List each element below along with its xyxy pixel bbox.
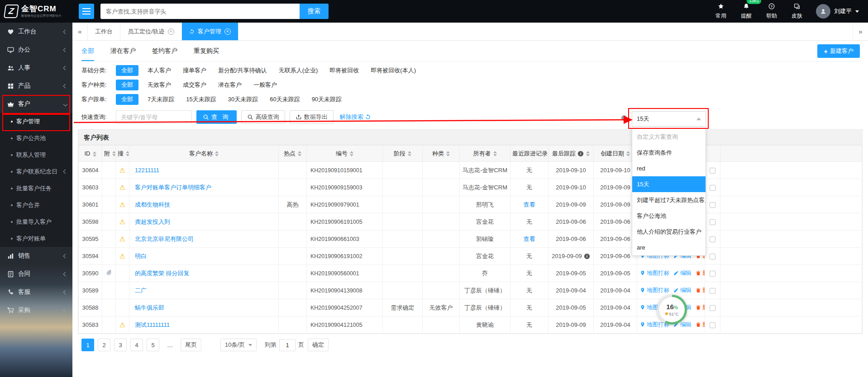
sidebar-item-batch-import-customer[interactable]: 批量导入客户 [0,213,72,230]
customer-name-link[interactable]: 成都生物科技 [135,201,170,208]
sort-icon[interactable] [626,151,630,156]
edit-action-button[interactable]: 编辑 [673,287,692,294]
sidebar-item-contact-management[interactable]: 联系人管理 [0,146,72,163]
per-page-select[interactable]: 10条/页 [220,339,257,351]
view-follow-link[interactable]: 查看 [524,201,535,208]
row-checkbox[interactable] [710,168,715,174]
sort-icon[interactable] [446,151,450,156]
del-action-button[interactable]: 删除 [696,269,705,277]
last-page-button[interactable]: 尾页 [181,339,201,351]
help-menu[interactable]: ?帮助 [766,3,777,20]
sidebar-item-hr[interactable]: 人事 [0,59,72,77]
row-checkbox[interactable] [710,219,715,225]
del-action-button[interactable]: 删除 [696,304,705,311]
sidebar-item-office[interactable]: 办公 [0,41,72,59]
view-tab-repeat[interactable]: 重复购买 [194,41,219,61]
sidebar-item-customer-merge[interactable]: 客户合并 [0,197,72,213]
customer-name-link[interactable]: 龚超发投入到 [135,218,170,225]
jump-confirm-button[interactable]: 确定 [308,339,329,351]
close-icon[interactable]: × [224,28,231,35]
customer-name-link[interactable]: 二广 [135,287,147,294]
filter-option[interactable]: 90天未跟踪 [312,95,342,104]
row-checkbox[interactable] [710,305,715,311]
sidebar-item-customer-public-pool[interactable]: 客户公共池 [0,130,72,146]
filter-option[interactable]: 本人客户 [148,66,171,75]
column-header[interactable]: 附 [102,146,116,162]
reminders-menu[interactable]: 1361提醒 [741,3,752,20]
scheme-option[interactable]: 客户公海池 [632,208,706,224]
column-header[interactable]: 所有者 [460,146,510,162]
column-header[interactable]: 热点 [279,146,307,162]
filter-option[interactable]: 30天未跟踪 [228,95,258,104]
page-button[interactable]: 2 [98,339,110,351]
menu-toggle-button[interactable] [79,4,94,19]
customer-name-link[interactable]: 蜗牛俱乐部 [135,304,164,311]
filter-option[interactable]: 撞单客户 [183,66,206,75]
advanced-search-button[interactable]: 高级查询 [241,110,285,124]
customer-name-link[interactable]: 明白 [135,253,147,259]
new-customer-button[interactable]: + 新建客户 [817,44,860,58]
filter-option[interactable]: 即将被回收 [329,66,359,75]
filter-option[interactable]: 无联系人(企业) [279,66,318,75]
scheme-option[interactable]: red [632,160,706,176]
view-tab-potential[interactable]: 潜在客户 [110,41,136,61]
del-action-button[interactable]: 删除 [696,321,705,329]
clear-search-link[interactable]: 解除搜索 [340,113,371,121]
sort-icon[interactable] [408,151,411,156]
filter-option[interactable]: 7天未跟踪 [148,95,174,104]
del-action-button[interactable]: 删除 [696,287,705,294]
filter-option[interactable]: 全部 [116,80,138,90]
sidebar-item-customer-statement[interactable]: 客户对账单 [0,230,72,247]
sort-icon[interactable] [493,151,497,156]
column-header[interactable]: 阶段 [383,146,423,162]
quick-search-input[interactable] [116,110,192,124]
sidebar-item-product[interactable]: 产品 [0,77,72,95]
filter-option[interactable]: 潜在客户 [218,81,242,89]
page-button[interactable]: 4 [130,339,143,351]
column-header[interactable]: 创建日期 [594,146,637,162]
sort-icon[interactable] [298,151,301,156]
sort-icon[interactable] [586,151,590,156]
column-header[interactable]: 种类 [423,146,460,162]
sidebar-item-customer[interactable]: 客户 [0,95,72,113]
jump-page-input[interactable] [279,339,296,351]
row-checkbox[interactable] [710,254,715,259]
edit-action-button[interactable]: 编辑 [673,269,692,277]
column-header[interactable]: 最后跟踪i [548,146,594,162]
tabs-scroll-left[interactable]: « [72,23,88,40]
tabs-scroll-right[interactable]: » [853,23,868,40]
scheme-option[interactable]: 自定义方案查询 [632,129,706,145]
view-tab-signed[interactable]: 签约客户 [152,41,177,61]
page-button[interactable]: 5 [147,339,159,351]
scheme-option[interactable]: 15天 [632,176,706,192]
row-checkbox[interactable] [710,271,715,277]
sort-icon[interactable] [93,151,96,157]
column-header[interactable]: 编号 [307,146,383,162]
row-checkbox[interactable] [710,288,715,294]
sidebar-item-sales[interactable]: 销售 [0,247,72,265]
user-menu[interactable]: 刘建平 [816,4,859,19]
sidebar-item-contract[interactable]: 合同 [0,265,72,283]
customer-name-link[interactable]: 客户对账单客户订单明细客户 [135,184,211,191]
column-header[interactable]: ID [79,146,102,162]
map-action-button[interactable]: 地图打标 [640,287,669,294]
global-search-button[interactable]: 搜索 [300,4,329,19]
view-tab-all[interactable]: 全部 [81,41,94,61]
global-search-input[interactable] [100,4,300,19]
customer-name-link[interactable]: 12211111 [135,167,159,174]
sort-icon[interactable] [215,151,219,156]
sidebar-item-purchase[interactable]: 采购 [0,301,72,319]
sidebar-item-batch-customer-task[interactable]: 批量客户任务 [0,180,72,197]
close-icon[interactable]: × [168,28,174,35]
filter-option[interactable]: 15天未跟踪 [186,95,216,104]
scheme-option[interactable]: are [632,240,706,255]
filter-option[interactable]: 全部 [116,65,138,76]
sort-icon[interactable] [126,151,129,156]
filter-option[interactable]: 成交客户 [183,81,206,89]
customer-name-link[interactable]: 测试11111111 [135,321,170,328]
scheme-option[interactable]: 保存查询条件 [632,145,706,160]
sort-icon[interactable] [112,151,116,156]
filter-option[interactable]: 一般客户 [253,81,277,89]
tab-customer-management[interactable]: 客户管理× [182,23,238,40]
scheme-option[interactable]: 他人介绍的贸易行业客户 [632,224,706,240]
